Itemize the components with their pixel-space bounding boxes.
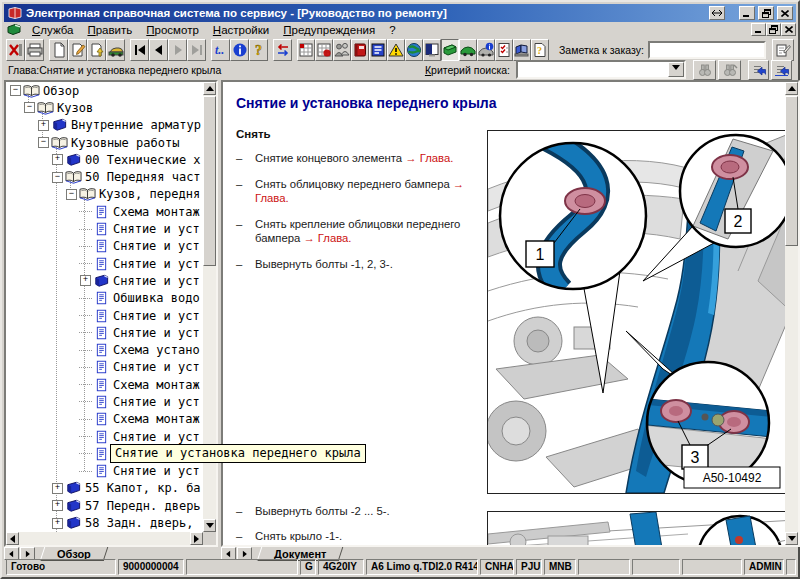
menu-item-3[interactable]: Просмотр — [139, 23, 206, 37]
vehicle-data-button[interactable] — [459, 39, 477, 61]
find-button[interactable] — [693, 60, 716, 80]
tree-item[interactable]: −Обзор — [6, 82, 203, 99]
mdi-restore-button[interactable] — [766, 23, 781, 36]
menu-item-4[interactable]: Настройки — [206, 23, 276, 37]
menu-item-1[interactable]: Служба — [25, 23, 80, 37]
tree-item[interactable]: Схема монтаж — [6, 411, 203, 428]
expand-icon[interactable]: + — [80, 275, 91, 286]
tpl-button[interactable]: t.. — [211, 39, 230, 61]
menu-item-2[interactable]: Править — [80, 23, 139, 37]
scroll-left-button[interactable] — [6, 532, 19, 545]
tree-item[interactable]: Снятие и уст — [6, 463, 203, 480]
tree-item[interactable]: Снятие и уст — [6, 428, 203, 445]
tree-item[interactable]: Снятие и уст — [6, 359, 203, 376]
collapse-icon[interactable]: − — [66, 189, 77, 200]
library-button[interactable] — [513, 39, 531, 61]
parts-table-button[interactable] — [297, 39, 315, 61]
edit-document-button[interactable] — [68, 39, 87, 61]
import-document-button[interactable] — [87, 39, 106, 61]
document-vertical-scrollbar[interactable] — [785, 82, 798, 545]
close-button[interactable] — [777, 6, 793, 20]
tree-item[interactable]: Снятие и уст — [6, 255, 203, 272]
chapter-link[interactable]: → Глава. — [303, 232, 351, 244]
tree-item[interactable]: Снятие и уст — [6, 238, 203, 255]
expand-icon[interactable]: + — [38, 120, 49, 131]
tree-vertical-scrollbar[interactable] — [203, 82, 216, 532]
order-note-button[interactable] — [772, 39, 794, 61]
restore-button[interactable] — [758, 6, 774, 20]
scroll-up-button[interactable] — [785, 82, 798, 95]
minimize-button[interactable] — [739, 6, 755, 20]
collapse-icon[interactable]: − — [52, 172, 63, 183]
tree-item[interactable]: Обшивка водо — [6, 290, 203, 307]
doc-help-button[interactable]: ? — [531, 39, 549, 61]
customers-button[interactable] — [333, 39, 351, 61]
expand-icon[interactable]: + — [52, 500, 63, 511]
scroll-down-button[interactable] — [203, 519, 216, 532]
tree-item[interactable]: Снятие и уст — [6, 324, 203, 341]
globe-button[interactable] — [405, 39, 423, 61]
search-combobox[interactable] — [516, 60, 686, 79]
screen-button[interactable] — [423, 39, 441, 61]
manual-button[interactable] — [351, 39, 369, 61]
scroll-thumb[interactable] — [203, 96, 216, 266]
document-icon — [92, 291, 111, 305]
scroll-thumb[interactable] — [785, 96, 798, 246]
vehicle-button[interactable] — [106, 39, 125, 61]
chapter-link[interactable]: → Глава. — [405, 152, 453, 164]
fit-width-button[interactable] — [709, 6, 725, 20]
scroll-up-button[interactable] — [203, 82, 216, 95]
tree-item[interactable]: +55 Капот, кр. ба — [6, 480, 203, 497]
warnings-button[interactable] — [387, 39, 405, 61]
expand-icon[interactable]: + — [52, 518, 63, 529]
find-next-button[interactable] — [718, 60, 741, 80]
menu-item-5[interactable]: Предупреждения — [276, 23, 382, 37]
tree-item[interactable]: +58 Задн. дверь, — [6, 514, 203, 531]
tree-item[interactable]: Снятие и уст — [6, 220, 203, 237]
nav-last-button[interactable] — [187, 39, 206, 61]
tree-item[interactable]: +57 Передн. дверь — [6, 497, 203, 514]
contents-button[interactable] — [369, 39, 387, 61]
new-document-button[interactable] — [49, 39, 68, 61]
exit-button[interactable] — [6, 39, 25, 61]
collapse-icon[interactable]: − — [24, 102, 35, 113]
collapse-icon[interactable]: − — [38, 137, 49, 148]
nav-forward-button[interactable] — [168, 39, 187, 61]
search-input[interactable] — [518, 62, 668, 77]
scroll-right-button[interactable] — [190, 532, 203, 545]
tree-item[interactable]: −Кузов, передня — [6, 186, 203, 203]
collapse-icon[interactable]: − — [10, 85, 21, 96]
tree-item[interactable]: −Кузов — [6, 99, 203, 116]
swap-button[interactable] — [273, 39, 292, 61]
tree-item[interactable]: −50 Передняя част — [6, 168, 203, 185]
repair-group-button[interactable] — [441, 39, 459, 61]
tree-item[interactable]: +Внутренние арматур — [6, 117, 203, 134]
tree-item[interactable]: Снятие и уст — [6, 307, 203, 324]
tree-item[interactable]: +00 Технические х — [6, 151, 203, 168]
mdi-close-button[interactable] — [781, 23, 796, 36]
menu-item-6[interactable]: ? — [382, 23, 402, 37]
checklist-button[interactable] — [495, 39, 513, 61]
tree-item[interactable]: Схема монтаж — [6, 376, 203, 393]
nav-first-button[interactable] — [130, 39, 149, 61]
nav-back-button[interactable] — [149, 39, 168, 61]
expand-icon[interactable]: + — [52, 154, 63, 165]
tree-item[interactable]: Снятие и уст — [6, 393, 203, 410]
scroll-down-button[interactable] — [785, 532, 798, 545]
tree-item[interactable]: +Снятие и уст — [6, 272, 203, 289]
combo-dropdown-button[interactable] — [668, 62, 684, 77]
parts-report-button[interactable] — [315, 39, 333, 61]
expand-icon[interactable]: + — [52, 483, 63, 494]
print-button[interactable] — [25, 39, 44, 61]
goto-document-button[interactable] — [771, 60, 792, 80]
goto-chapter-button[interactable] — [748, 60, 769, 80]
mdi-minimize-button[interactable] — [751, 23, 766, 36]
vehicle-info-button[interactable] — [477, 39, 495, 61]
help-button[interactable]: ? — [249, 39, 268, 61]
tree-horizontal-scrollbar[interactable] — [6, 532, 203, 545]
info-button[interactable] — [230, 39, 249, 61]
order-note-input[interactable] — [648, 41, 766, 59]
tree-item[interactable]: −Кузовные работы — [6, 134, 203, 151]
tree-item[interactable]: Схема монтаж — [6, 203, 203, 220]
tree-item[interactable]: Схема устано — [6, 341, 203, 358]
